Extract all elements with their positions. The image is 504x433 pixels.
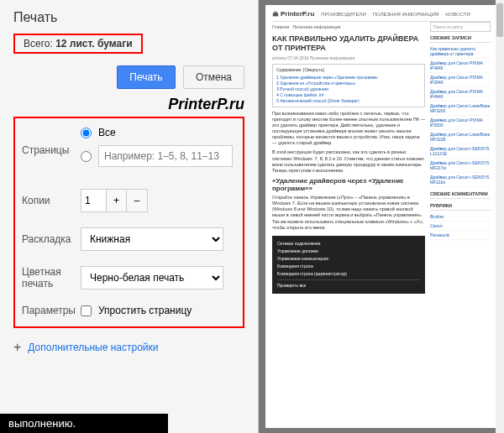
toc-item: 3 Ручной способ удаления [276,86,421,92]
simplify-label: Упростить страницу [98,305,192,316]
layout-label: Раскладка [22,233,81,245]
pages-all-label: Все [98,127,116,138]
sidebar-item: Драйвер для Canon PIXMA iP2840 [430,73,491,87]
toc-item: 4 С помощью файла .inf [276,92,421,98]
toc-item: 2 Удаление из «Устройства и принтеры» [276,81,421,86]
watermark: PrinterP.ru [13,96,244,113]
sidebar-item: Драйвер для Canon LaserBase MF3200 [430,102,491,116]
total-sheets-highlight: Всего: 12 лист. бумаги [13,34,143,54]
sidebar-item: Драйвер для Canon i-SENSYS MF217w [430,159,491,173]
copies-stepper: + – [81,189,148,212]
sidebar-item: Brother [430,212,491,222]
sidebar-item: Как правильно удалить драйвера от принте… [430,44,491,59]
dialog-buttons: Печать Отмена [13,65,244,89]
plus-icon: + [13,340,21,355]
color-label: Цветная печать [22,266,81,290]
pages-range-radio[interactable] [81,151,92,162]
footer-text: выполнению. [0,414,168,433]
article-heading: «Удаление драйверов через «Удаление прог… [272,177,425,192]
preview-scrollbar[interactable] [496,0,504,433]
breadcrumb: Главная Полезная информация [272,22,425,32]
controls-highlight: Страницы Все Копии [13,117,244,328]
params-label: Параметры [22,305,81,316]
svg-rect-0 [273,13,278,16]
print-button[interactable]: Печать [117,65,175,89]
pages-label: Страницы [22,144,81,156]
sidebar-item: Драйвер для Canon i-SENSYS MF216n [430,173,491,187]
sidebar-item: Panasonic [430,231,491,240]
copies-label: Копии [22,195,81,206]
scrollbar-thumb[interactable] [496,3,503,37]
article-paragraph: В этой инструкции будет рассказано, как … [272,149,425,174]
printer-icon [272,11,279,18]
cancel-button[interactable]: Отмена [183,65,244,89]
search-box: Поиск по сайту [430,22,491,32]
sidebar-heading: СВЕЖИЕ КОММЕНТАРИИ [430,191,491,199]
layout-select[interactable]: Книжная [81,227,223,251]
article-paragraph: При возникновении каких-либо проблем с п… [272,111,425,147]
preview-sidebar: Поиск по сайту СВЕЖИЕ ЗАПИСИ Как правиль… [430,22,491,423]
sidebar-item: Драйвер для Canon PIXMA iP3500 [430,116,491,130]
nav-item: НОВОСТИ [445,12,470,17]
sidebar-heading: СВЕЖИЕ ЗАПИСИ [430,35,491,43]
sidebar-item: Драйвер для Canon LaserBase MF3228 [430,130,491,144]
toc-item: 5 Автоматический способ (Driver Sweeper) [276,98,421,104]
print-settings-panel: Печать Всего: 12 лист. бумаги Печать Отм… [0,0,259,433]
copies-input[interactable] [81,190,107,211]
svg-rect-1 [274,11,276,13]
sidebar-item: Драйвер для Canon i-SENSYS L11121E [430,144,491,159]
pages-all-radio[interactable] [81,128,92,138]
sidebar-item: Canon [430,222,491,231]
pages-range-input[interactable] [98,145,233,167]
dialog-title: Печать [13,10,244,25]
print-preview: PrinterP.ru ПРОИЗВОДИТЕЛИ ПОЛЕЗНАЯ ИНФОР… [259,0,504,433]
total-sheets: Всего: 12 лист. бумаги [20,36,136,51]
page-header: PrinterP.ru ПРОИЗВОДИТЕЛИ ПОЛЕЗНАЯ ИНФОР… [272,10,491,22]
site-logo: PrinterP.ru [272,10,314,18]
article-main: Главная Полезная информация КАК ПРАВИЛЬН… [272,22,425,423]
copies-plus[interactable]: + [107,190,127,211]
color-select[interactable]: Черно-белая печать [81,266,223,290]
sidebar-heading: РУБРИКИ [430,203,491,211]
simplify-checkbox[interactable] [81,305,92,316]
toc-item: 1 Удаление драйверов через «Удаление про… [276,75,421,81]
preview-page: PrinterP.ru ПРОИЗВОДИТЕЛИ ПОЛЕЗНАЯ ИНФОР… [265,5,497,428]
article-meta: printerp 07.04.2016 Полезная информация [272,55,425,60]
sidebar-item: Драйвер для Canon PIXMA iP4840 [430,59,491,73]
copies-minus[interactable]: – [127,190,147,211]
sidebar-item: Драйвер для Canon PIXMA iP4940 [430,87,491,102]
nav-item: ПОЛЕЗНАЯ ИНФОРМАЦИЯ [373,12,439,17]
toc-box: Содержание: [Свернуть] 1 Удаление драйве… [272,64,425,107]
context-menu-screenshot: Сетевое подключения Управление дисками У… [272,236,425,294]
nav-item: ПРОИЗВОДИТЕЛИ [321,12,365,17]
article-title: КАК ПРАВИЛЬНО УДАЛИТЬ ДРАЙВЕРА ОТ ПРИНТЕ… [272,34,425,53]
more-settings-link[interactable]: + Дополнительные настройки [13,340,244,355]
article-paragraph: Откройте панель Управления («Пуск» – «Па… [272,195,425,231]
